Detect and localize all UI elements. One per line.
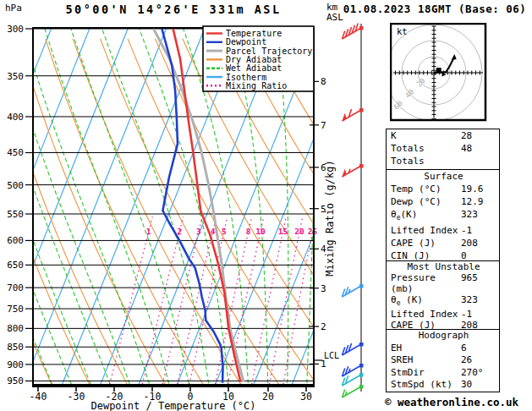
row-value: 208 <box>461 237 496 249</box>
datetime-label: 01.08.2023 18GMT (Base: 06) <box>337 3 532 15</box>
svg-text:700: 700 <box>7 282 24 293</box>
svg-text:25: 25 <box>308 227 318 236</box>
row-label: θe(K) <box>391 208 461 224</box>
svg-text:-30: -30 <box>68 391 85 403</box>
row-label: θe (K) <box>391 294 461 309</box>
row-label: K <box>391 129 461 142</box>
row-value: 19.6 <box>461 183 496 195</box>
wind-barb <box>342 385 363 397</box>
svg-text:10: 10 <box>255 227 266 236</box>
row-value: 12.9 <box>461 195 496 208</box>
svg-text:-40: -40 <box>30 391 47 403</box>
svg-text:850: 850 <box>7 342 24 353</box>
table-row: θe (K)323 <box>387 294 499 309</box>
row-value: -1 <box>461 224 496 237</box>
wind-barb <box>342 284 363 297</box>
row-value: 28 <box>461 129 496 142</box>
svg-text:800: 800 <box>7 323 24 334</box>
svg-text:5: 5 <box>222 227 227 236</box>
svg-text:8: 8 <box>246 227 251 236</box>
row-value: 323 <box>461 208 496 224</box>
svg-text:kt: kt <box>397 26 408 36</box>
svg-text:4: 4 <box>211 227 216 236</box>
svg-text:950: 950 <box>7 375 24 386</box>
temperature-axis: -40-30-20-100102030Dewpoint / Temperatur… <box>30 386 312 411</box>
svg-text:400: 400 <box>7 112 24 123</box>
table-row: Dewp (°C)12.9 <box>387 195 499 208</box>
svg-text:500: 500 <box>7 180 24 191</box>
row-value: 270° <box>461 367 496 380</box>
watermark: © weatheronline.co.uk <box>373 396 530 408</box>
wind-barbs <box>342 24 363 397</box>
svg-text:hPa: hPa <box>5 3 22 14</box>
row-label: Pressure (mb) <box>391 272 461 294</box>
plot-area <box>0 28 374 397</box>
svg-text:2: 2 <box>321 321 326 332</box>
table-title: Most Unstable <box>387 261 499 272</box>
svg-text:20: 20 <box>294 227 304 236</box>
svg-text:15: 15 <box>278 227 288 236</box>
table-row: Pressure (mb)965 <box>387 272 499 294</box>
row-value: 323 <box>461 294 496 309</box>
table-surface: SurfaceTemp (°C)19.6Dewp (°C)12.9θe(K)32… <box>386 169 500 263</box>
row-value: 26 <box>461 354 496 367</box>
svg-text:600: 600 <box>7 235 24 246</box>
row-label: StmDir <box>391 367 461 380</box>
row-value: 6 <box>461 342 496 355</box>
table-row: EH6 <box>387 342 499 355</box>
svg-text:900: 900 <box>7 359 24 370</box>
row-value: 48 <box>461 142 496 167</box>
row-label: Dewp (°C) <box>391 195 461 208</box>
svg-text:20: 20 <box>262 391 274 403</box>
svg-text:Mixing Ratio: Mixing Ratio <box>226 81 287 90</box>
hodograph: 204060kt <box>390 23 487 122</box>
svg-text:Mixing Ratio (g/kg): Mixing Ratio (g/kg) <box>324 160 336 276</box>
table-row: K28 <box>387 129 499 142</box>
row-value: 30 <box>461 379 496 392</box>
sounding-app: { "header": { "pressure_unit": "hPa", "s… <box>0 0 532 411</box>
row-label: StmSpd (kt) <box>391 379 461 392</box>
table-row: θe(K)323 <box>387 208 499 224</box>
svg-text:30: 30 <box>300 391 312 403</box>
svg-text:LCL: LCL <box>324 351 339 360</box>
svg-text:8: 8 <box>321 76 326 87</box>
table-row: Lifted Index-1 <box>387 224 499 237</box>
svg-text:450: 450 <box>7 147 24 158</box>
svg-text:7: 7 <box>321 120 326 131</box>
dry-adiabats <box>0 39 374 392</box>
row-value: 965 <box>461 272 496 294</box>
table-row: Totals Totals48 <box>387 142 499 167</box>
svg-text:1: 1 <box>146 227 151 236</box>
svg-text:550: 550 <box>7 209 24 220</box>
table-row: CAPE (J)208 <box>387 237 499 249</box>
row-label: SREH <box>391 354 461 367</box>
svg-text:650: 650 <box>7 260 24 271</box>
svg-text:350: 350 <box>7 71 24 82</box>
row-label: Totals Totals <box>391 142 461 167</box>
table-row: SREH26 <box>387 354 499 367</box>
pressure-axis: hPa3003504004505005506006507007508008509… <box>5 3 33 386</box>
altitude-axis: kmASL12345678LCLMixing Ratio (g/kg) <box>310 2 343 370</box>
wind-barb <box>342 164 363 177</box>
table-row: StmSpd (kt)30 <box>387 379 499 392</box>
svg-text:Dewpoint / Temperature (°C): Dewpoint / Temperature (°C) <box>90 400 255 411</box>
wind-barb <box>342 108 363 121</box>
row-label: Lifted Index <box>391 224 461 237</box>
wind-barb <box>342 342 363 355</box>
row-value: -1 <box>461 309 496 320</box>
svg-text:2: 2 <box>177 227 182 236</box>
svg-text:3: 3 <box>321 283 326 294</box>
table-title: Surface <box>387 170 499 183</box>
svg-text:300: 300 <box>7 24 24 35</box>
row-label: Lifted Index <box>391 309 461 320</box>
skewt-diagram: 12345810152025hPa30035040045050055060065… <box>0 0 374 411</box>
table-row: Temp (°C)19.6 <box>387 183 499 195</box>
svg-text:750: 750 <box>7 304 24 315</box>
station-title: 50°00'N 14°26'E 331m ASL <box>34 3 313 16</box>
wind-barb <box>342 24 363 39</box>
row-label: EH <box>391 342 461 355</box>
svg-text:3: 3 <box>196 227 201 236</box>
table-hodograph: HodographEH6SREH26StmDir270°StmSpd (kt)3… <box>386 329 500 392</box>
table-title: Hodograph <box>387 330 499 342</box>
table-row: Lifted Index-1 <box>387 309 499 320</box>
